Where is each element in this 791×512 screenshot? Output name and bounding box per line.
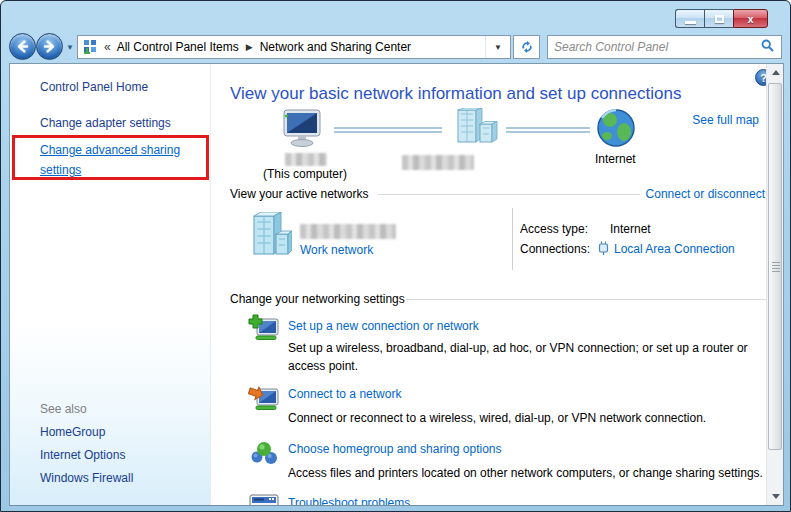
sidebar-item-change-advanced-sharing-settings[interactable]: Change advanced sharing settings <box>40 140 208 180</box>
control-panel-icon <box>82 39 98 55</box>
access-type-value: Internet <box>610 222 651 236</box>
breadcrumb-overflow[interactable]: « <box>100 40 117 54</box>
connect-to-network-link[interactable]: Connect to a network <box>288 387 401 401</box>
sidebar-item-control-panel-home[interactable]: Control Panel Home <box>40 80 148 94</box>
work-network-icon <box>248 212 292 258</box>
search-icon[interactable] <box>754 38 781 56</box>
navigation-bar: ▼ « All Control Panel Items ▶ Network an… <box>1 31 790 63</box>
troubleshoot-icon <box>249 494 279 506</box>
back-arrow-icon <box>16 40 29 53</box>
minimize-icon <box>685 21 696 24</box>
search-box[interactable] <box>547 35 782 59</box>
access-type-label: Access type: <box>520 222 588 236</box>
network-adapter-icon <box>598 240 609 256</box>
network-icon[interactable] <box>448 108 498 148</box>
scroll-down-button[interactable] <box>767 488 784 505</box>
close-icon: x <box>747 13 753 25</box>
titlebar[interactable]: x <box>1 1 790 31</box>
forward-button[interactable] <box>36 33 63 60</box>
address-dropdown-icon[interactable]: ▼ <box>485 36 510 58</box>
forward-arrow-icon <box>43 40 56 53</box>
setup-new-connection-desc: Set up a wireless, broadband, dial-up, a… <box>288 339 750 375</box>
sidebar-item-homegroup[interactable]: HomeGroup <box>40 425 105 439</box>
scrollbar-thumb[interactable] <box>768 83 782 450</box>
breadcrumb-item-network-sharing-center[interactable]: Network and Sharing Center <box>260 40 411 54</box>
refresh-icon <box>520 40 534 54</box>
recent-pages-chevron-icon[interactable]: ▼ <box>66 43 74 52</box>
close-button[interactable]: x <box>733 9 768 28</box>
connect-to-network-desc: Connect or reconnect to a wireless, wire… <box>288 409 760 427</box>
active-network-name-redacted <box>300 224 396 239</box>
sidebar: Control Panel Home Change adapter settin… <box>10 64 211 505</box>
map-connection-line <box>334 127 442 133</box>
minimize-button[interactable] <box>675 9 704 28</box>
section-rule <box>378 194 640 195</box>
new-connection-icon <box>248 314 280 342</box>
computer-name-redacted <box>285 153 327 166</box>
see-also-header: See also <box>40 402 87 416</box>
internet-globe-icon[interactable] <box>596 108 636 148</box>
connect-to-network-icon <box>248 384 280 412</box>
sidebar-item-change-adapter-settings[interactable]: Change adapter settings <box>40 116 171 130</box>
active-network-divider <box>512 208 513 270</box>
see-full-map-link[interactable]: See full map <box>692 113 759 127</box>
local-area-connection-link[interactable]: Local Area Connection <box>614 242 735 256</box>
scroll-up-button[interactable] <box>767 64 784 81</box>
troubleshoot-problems-link[interactable]: Troubleshoot problems <box>288 496 410 506</box>
connect-or-disconnect-link[interactable]: Connect or disconnect <box>646 187 765 201</box>
vertical-scrollbar[interactable] <box>766 64 783 505</box>
section-rule <box>406 299 767 300</box>
maximize-button[interactable] <box>704 9 733 28</box>
network-sharing-center-window: x ▼ « All Control Panel Items ▶ Network … <box>0 0 791 512</box>
refresh-button[interactable] <box>513 35 540 59</box>
homegroup-options-link[interactable]: Choose homegroup and sharing options <box>288 442 501 456</box>
sidebar-item-windows-firewall[interactable]: Windows Firewall <box>40 471 133 485</box>
caption-buttons: x <box>675 9 768 28</box>
map-connection-line <box>506 127 590 133</box>
network-name-redacted <box>402 155 474 170</box>
page-title: View your basic network information and … <box>230 84 681 104</box>
networking-settings-header: Change your networking settings <box>230 292 405 306</box>
scroll-down-icon <box>772 494 780 499</box>
scroll-up-icon <box>772 70 780 75</box>
internet-label: Internet <box>595 152 636 166</box>
back-button[interactable] <box>9 33 36 60</box>
address-bar[interactable]: « All Control Panel Items ▶ Network and … <box>77 35 511 59</box>
active-networks-header: View your active networks <box>230 187 369 201</box>
sidebar-item-internet-options[interactable]: Internet Options <box>40 448 125 462</box>
homegroup-icon <box>250 439 278 467</box>
connections-label: Connections: <box>520 242 590 256</box>
scrollbar-grip <box>772 262 780 274</box>
breadcrumb-item-all-control-panel-items[interactable]: All Control Panel Items <box>117 40 239 54</box>
homegroup-options-desc: Access files and printers located on oth… <box>288 464 768 482</box>
client-area: Control Panel Home Change adapter settin… <box>9 63 784 506</box>
maximize-icon <box>715 15 724 23</box>
setup-new-connection-link[interactable]: Set up a new connection or network <box>288 319 479 333</box>
this-computer-icon[interactable] <box>278 108 324 148</box>
search-input[interactable] <box>548 40 754 54</box>
breadcrumb-separator-icon[interactable]: ▶ <box>239 42 260 52</box>
this-computer-label: (This computer) <box>263 167 347 181</box>
work-network-link[interactable]: Work network <box>300 243 373 257</box>
